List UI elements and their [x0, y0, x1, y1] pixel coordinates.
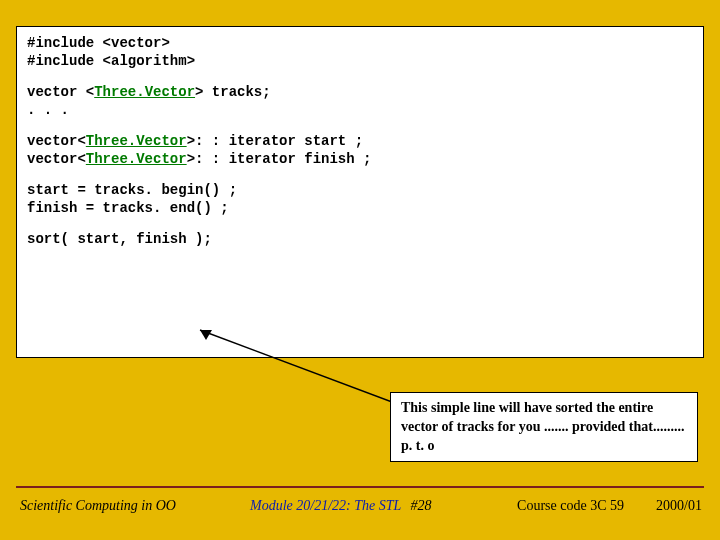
code-line: #include <vector>	[27, 35, 693, 53]
code-line: finish = tracks. end() ;	[27, 200, 693, 218]
code-text: >: : iterator start ;	[187, 133, 363, 149]
annotation-callout: This simple line will have sorted the en…	[390, 392, 698, 462]
slide-footer: Scientific Computing in OO Module 20/21/…	[0, 498, 720, 528]
code-text: >: : iterator finish ;	[187, 151, 372, 167]
code-line: sort( start, finish );	[27, 231, 693, 249]
footer-slide-number: #28	[411, 498, 432, 513]
footer-module: Module 20/21/22: The STL #28	[250, 498, 432, 514]
annotation-text: This simple line will have sorted the en…	[401, 400, 684, 453]
code-type: Three.Vector	[94, 84, 195, 100]
footer-course: Course code 3C 59	[517, 498, 624, 514]
code-sort-call: sort( start, finish );	[27, 231, 693, 249]
code-line: vector<Three.Vector>: : iterator start ;	[27, 133, 693, 151]
footer-divider	[16, 486, 704, 488]
code-panel: #include <vector> #include <algorithm> v…	[16, 26, 704, 358]
code-text: vector<	[27, 151, 86, 167]
code-line: vector <Three.Vector> tracks;	[27, 84, 693, 102]
footer-module-text: Module 20/21/22: The STL	[250, 498, 401, 513]
code-text: vector <	[27, 84, 94, 100]
code-assignments: start = tracks. begin() ; finish = track…	[27, 182, 693, 217]
code-declaration: vector <Three.Vector> tracks; . . .	[27, 84, 693, 119]
footer-year: 2000/01	[656, 498, 702, 514]
code-type: Three.Vector	[86, 133, 187, 149]
footer-left: Scientific Computing in OO	[20, 498, 176, 514]
code-line: start = tracks. begin() ;	[27, 182, 693, 200]
code-includes: #include <vector> #include <algorithm>	[27, 35, 693, 70]
code-line: . . .	[27, 102, 693, 120]
code-text: > tracks;	[195, 84, 271, 100]
code-line: #include <algorithm>	[27, 53, 693, 71]
code-line: vector<Three.Vector>: : iterator finish …	[27, 151, 693, 169]
code-type: Three.Vector	[86, 151, 187, 167]
code-iterators: vector<Three.Vector>: : iterator start ;…	[27, 133, 693, 168]
code-text: vector<	[27, 133, 86, 149]
